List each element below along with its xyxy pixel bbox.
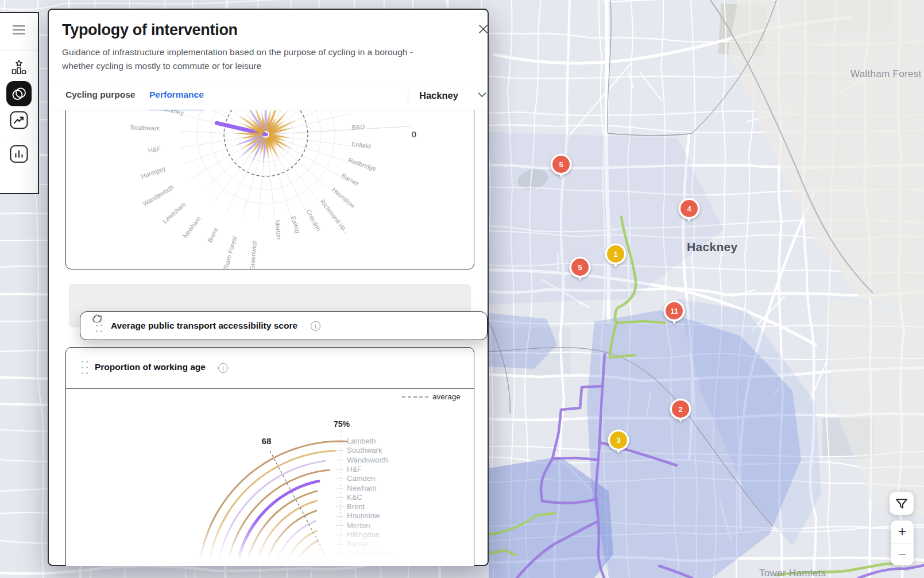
- working-age-label: K&C: [347, 493, 362, 502]
- polar-axis-label: Hackney: [159, 110, 185, 117]
- tab-cycling-purpose[interactable]: Cycling purpose: [65, 83, 135, 110]
- working-age-label: Southwark: [347, 446, 382, 454]
- svg-text:4: 4: [687, 205, 691, 213]
- polar-axis-label: Enfield: [351, 140, 371, 149]
- hamburger-icon: [12, 25, 26, 35]
- polar-axis-label: Ealing: [290, 215, 301, 234]
- close-icon: [478, 24, 488, 34]
- borough-selector[interactable]: Hackney: [419, 83, 458, 110]
- working-age-label: Lambeth: [347, 437, 376, 445]
- working-age-label: Newham: [347, 484, 376, 492]
- app: Waltham ForestHackneyTower Hamlets541511…: [0, 0, 924, 578]
- average-value-label: 68: [262, 436, 272, 446]
- working-age-card: LambethSouthwarkWandsworthH&FCamdenNewha…: [65, 347, 474, 566]
- map-region-label: Waltham Forest: [850, 68, 922, 79]
- modal-title: Typology of intervention: [62, 21, 238, 39]
- svg-text:3: 3: [616, 436, 620, 445]
- trend-up-icon: [10, 111, 28, 129]
- polar-axis-label: Merton: [274, 219, 283, 240]
- average-legend: average: [402, 392, 461, 401]
- polar-axis-label: Newham: [181, 215, 202, 239]
- sidebar-divider: [0, 137, 38, 137]
- working-age-label: Brent: [347, 502, 365, 511]
- close-button[interactable]: [477, 22, 489, 35]
- svg-text:2: 2: [678, 405, 682, 414]
- working-age-label: Camden: [347, 474, 375, 483]
- info-icon[interactable]: i: [311, 321, 320, 331]
- chevron-down-icon[interactable]: [478, 92, 486, 98]
- map-zoom-control: + −: [891, 521, 914, 565]
- svg-text:5: 5: [559, 160, 563, 169]
- polar-axis-label: H&F: [148, 145, 161, 153]
- map-filter-button[interactable]: [890, 492, 914, 515]
- polar-axis-label: Hounslow: [331, 186, 357, 209]
- drag-handle-icon[interactable]: [82, 361, 88, 376]
- zoom-out-button[interactable]: −: [891, 543, 914, 566]
- sidebar: [0, 12, 39, 194]
- map-region-label: Tower Hamlets: [759, 568, 826, 578]
- legend-label: average: [432, 392, 461, 401]
- polar-axis-label: Wandsworth: [141, 184, 175, 207]
- grab-cursor-icon: [90, 313, 104, 326]
- sidebar-divider: [0, 50, 38, 51]
- typology-modal: Typology of intervention Guidance of inf…: [48, 9, 489, 566]
- zoom-in-button[interactable]: +: [891, 521, 914, 543]
- sidebar-item-trends[interactable]: [0, 107, 38, 133]
- bottom-fade: [67, 520, 473, 566]
- venn-icon: [10, 85, 28, 102]
- polar-axis-label: Southwark: [130, 124, 160, 132]
- funnel-icon: [895, 498, 908, 509]
- selector-divider: [408, 88, 408, 104]
- polar-value-label: 0: [412, 130, 416, 139]
- polar-axis-label: Brent: [206, 227, 219, 244]
- tab-performance[interactable]: Performance: [149, 83, 204, 111]
- performance-chart-card: HackneySouthwarkH&FHaringeyWandsworthLew…: [65, 110, 474, 269]
- card-title: Average public transport accessibility s…: [111, 312, 297, 340]
- axis-max-label: 75%: [334, 419, 350, 429]
- polar-axis-label: B&D: [351, 123, 365, 130]
- sidebar-item-ranking[interactable]: [0, 54, 38, 80]
- sidebar-item-menu[interactable]: [0, 13, 38, 47]
- svg-text:1: 1: [613, 250, 617, 259]
- dashed-line-swatch: [402, 396, 428, 398]
- modal-subtitle: Guidance of infrastructure implementatio…: [62, 45, 438, 73]
- working-age-label: Wandsworth: [347, 456, 388, 464]
- polar-axis-label: Haringey: [140, 165, 167, 180]
- dragged-card-accessibility[interactable]: Average public transport accessibility s…: [80, 311, 488, 340]
- star-podium-icon: [11, 59, 27, 75]
- card-title: Proportion of working age: [95, 348, 206, 389]
- info-icon[interactable]: i: [218, 363, 228, 373]
- tab-bar: Cycling purpose Performance Hackney: [49, 83, 488, 110]
- svg-text:11: 11: [670, 307, 678, 315]
- map-region-label: Hackney: [687, 240, 738, 253]
- modal-body: HackneySouthwarkH&FHaringeyWandsworthLew…: [49, 110, 488, 566]
- polar-axis-label: Waltham Forest: [219, 235, 238, 269]
- sidebar-item-typology[interactable]: [0, 80, 38, 107]
- modal-header: Typology of intervention Guidance of inf…: [49, 10, 488, 83]
- polar-axis-label: Lewisham: [161, 201, 187, 225]
- bar-chart-icon: [10, 145, 28, 163]
- working-age-label: H&F: [347, 465, 362, 473]
- svg-text:5: 5: [578, 263, 582, 272]
- sidebar-item-stats[interactable]: [0, 141, 38, 167]
- working-age-label: Hounslow: [347, 511, 380, 520]
- active-item-highlight: [6, 81, 32, 106]
- performance-polar-chart: HackneySouthwarkH&FHaringeyWandsworthLew…: [65, 110, 474, 269]
- card-header: Proportion of working age i: [66, 348, 474, 389]
- polar-axis-label: Croydon: [305, 208, 322, 232]
- polar-axis-label: Greenwich: [249, 240, 258, 269]
- polar-axis-label: Redbridge: [347, 156, 377, 172]
- polar-axis-label: Barnet: [341, 172, 360, 187]
